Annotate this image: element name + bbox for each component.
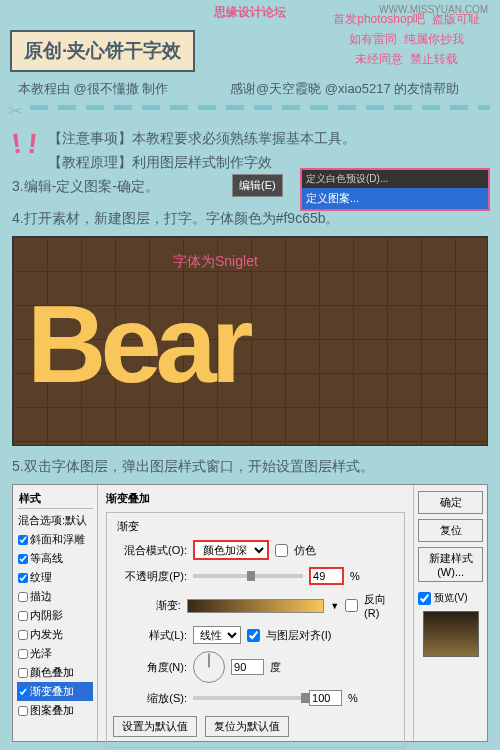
gradient-picker[interactable] [187,599,324,613]
warn-3a: 未经同意 [355,52,403,66]
forum-name: 思缘设计论坛 [214,4,286,21]
ok-button[interactable]: 确定 [418,491,483,514]
edit-menu-button[interactable]: 编辑(E) [232,174,283,197]
angle-input[interactable] [231,659,264,675]
percent-label: % [348,692,358,704]
style-item-4[interactable]: 内阴影 [17,606,93,625]
style-item-5[interactable]: 内发光 [17,625,93,644]
preview-swatch [423,611,479,657]
exclaim-icon: ! [10,128,24,161]
menu-item-define-pattern[interactable]: 定义图案... [302,188,488,209]
section-title: 渐变叠加 [106,491,405,506]
style-item-7[interactable]: 颜色叠加 [17,663,93,682]
align-checkbox[interactable] [247,629,260,642]
dither-label: 仿色 [294,543,316,558]
note-1: 【注意事项】本教程要求必须熟练掌握基本工具。 [48,130,356,148]
new-style-button[interactable]: 新建样式(W)... [418,547,483,582]
style-label: 描边 [30,589,52,604]
step-5: 5.双击字体图层，弹出图层样式窗口，开始设置图层样式。 [12,458,374,476]
style-label: 斜面和浮雕 [30,532,85,547]
gradient-label: 渐变: [113,598,181,613]
scale-slider[interactable] [193,696,303,700]
opacity-slider[interactable] [193,574,303,578]
opacity-label: 不透明度(P): [113,569,187,584]
title-box: 原创·夹心饼干字效 [10,30,195,72]
style-checkbox[interactable] [18,668,28,678]
menu-screenshot: 定义白色预设(D)... 定义图案... [300,168,490,211]
preview-checkbox[interactable] [418,592,431,605]
bear-preview: 字体为Sniglet Bear [12,236,488,446]
style-select[interactable]: 线性 [193,626,241,644]
blend-mode-label: 混合模式(O): [113,543,187,558]
bear-text: Bear [27,289,248,399]
style-checkbox[interactable] [18,554,28,564]
style-item-1[interactable]: 等高线 [17,549,93,568]
style-checkbox[interactable] [18,611,28,621]
angle-label: 角度(N): [113,660,187,675]
style-checkbox[interactable] [18,630,28,640]
scissors-icon: ✂ [8,100,23,122]
style-item-6[interactable]: 光泽 [17,644,93,663]
percent-label: % [350,570,360,582]
scale-label: 缩放(S): [113,691,187,706]
dialog-buttons: 确定 复位 新建样式(W)... 预览(V) [413,485,487,741]
reverse-label: 反向(R) [364,592,398,619]
set-default-button[interactable]: 设置为默认值 [113,716,197,737]
style-label: 等高线 [30,551,63,566]
styles-header: 样式 [17,489,93,509]
step-4: 4.打开素材，新建图层，打字。字体颜色为#f9c65b。 [12,210,340,228]
dashed-divider [30,105,490,110]
style-label: 图案叠加 [30,703,74,718]
cancel-button[interactable]: 复位 [418,519,483,542]
opacity-input[interactable] [309,567,344,585]
style-label: 纹理 [30,570,52,585]
style-checkbox[interactable] [18,573,28,583]
style-item-3[interactable]: 描边 [17,587,93,606]
warn-2a: 如有雷同 [349,32,397,46]
style-item-9[interactable]: 图案叠加 [17,701,93,720]
warn-3b: 禁止转载 [410,52,458,66]
style-label: 渐变叠加 [30,684,74,699]
style-checkbox[interactable] [18,592,28,602]
font-label: 字体为Sniglet [173,253,258,271]
blend-default[interactable]: 混合选项:默认 [17,511,93,530]
align-label: 与图层对齐(I) [266,628,331,643]
note-2: 【教程原理】利用图层样式制作字效 [48,154,272,172]
preview-label: 预览(V) [434,591,467,605]
style-checkbox[interactable] [18,649,28,659]
scale-input[interactable] [309,690,342,706]
page-title: 原创·夹心饼干字效 [24,40,181,61]
author-line: 本教程由 @很不懂撒 制作 [18,80,168,98]
layer-style-dialog: 样式 混合选项:默认 斜面和浮雕等高线纹理描边内阴影内发光光泽颜色叠加渐变叠加图… [12,484,488,742]
style-checkbox[interactable] [18,687,28,697]
style-label: 内发光 [30,627,63,642]
style-label: 样式(L): [113,628,187,643]
warn-1b: 盗版可耻 [432,12,480,26]
subsection-label: 渐变 [117,519,398,534]
style-label: 内阴影 [30,608,63,623]
dither-checkbox[interactable] [275,544,288,557]
style-item-0[interactable]: 斜面和浮雕 [17,530,93,549]
angle-dial[interactable] [193,651,225,683]
style-label: 颜色叠加 [30,665,74,680]
reverse-checkbox[interactable] [345,599,358,612]
menu-item-preset[interactable]: 定义白色预设(D)... [302,170,488,188]
warn-2b: 纯属你抄我 [404,32,464,46]
warnings: 首发photoshop吧 盗版可耻 如有雷同 纯属你抄我 未经同意 禁止转载 [333,8,480,68]
gradient-panel: 渐变叠加 渐变 混合模式(O): 颜色加深 仿色 不透明度(P): % 渐变: … [98,485,413,741]
style-item-2[interactable]: 纹理 [17,568,93,587]
style-checkbox[interactable] [18,706,28,716]
thanks-line: 感谢@天空霞晓 @xiao5217 的友情帮助 [230,80,459,98]
degree-label: 度 [270,660,281,675]
style-label: 光泽 [30,646,52,661]
style-item-8[interactable]: 渐变叠加 [17,682,93,701]
step-3: 3.编辑-定义图案-确定。 [12,178,159,196]
reset-default-button[interactable]: 复位为默认值 [205,716,289,737]
blend-mode-select[interactable]: 颜色加深 [193,540,269,560]
warn-1a: 首发photoshop吧 [333,12,425,26]
exclaim-icon: ! [26,128,39,161]
styles-list: 样式 混合选项:默认 斜面和浮雕等高线纹理描边内阴影内发光光泽颜色叠加渐变叠加图… [13,485,98,741]
style-checkbox[interactable] [18,535,28,545]
